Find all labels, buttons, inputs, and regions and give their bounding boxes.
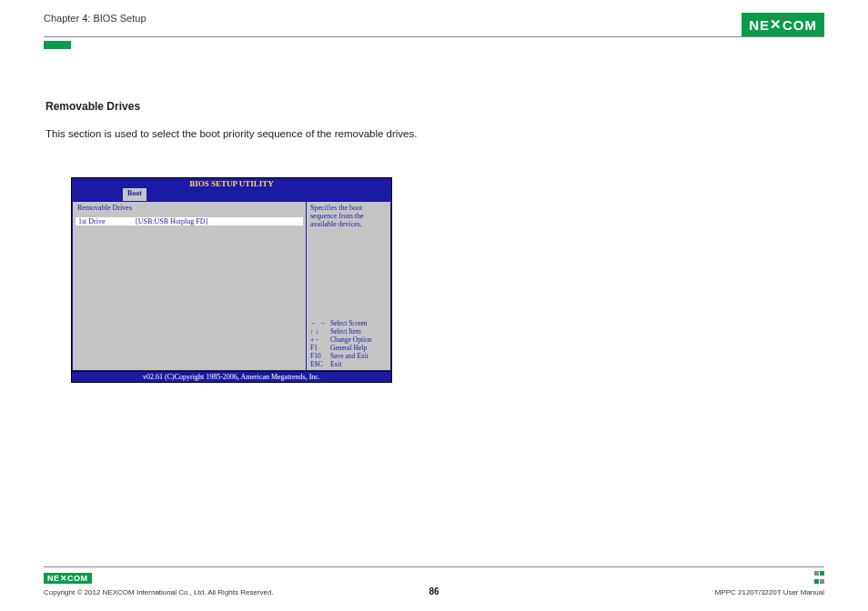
chapter-title: Chapter 4: BIOS Setup	[44, 13, 146, 24]
key-lr: ← →	[310, 319, 330, 327]
logo-x-icon-bottom: ✕	[60, 574, 68, 583]
bios-tab-boot: Boot	[123, 188, 146, 201]
bios-tab-row: Boot	[71, 188, 392, 201]
header-divider	[44, 36, 824, 37]
bios-screenshot: BIOS SETUP UTILITY Boot Removable Drives…	[71, 177, 392, 383]
action-change-option: Change Option	[330, 336, 372, 344]
page-number: 86	[429, 586, 439, 596]
section-heading: Removable Drives	[45, 100, 428, 113]
bios-item-label: 1st Drive	[76, 217, 136, 225]
action-exit: Exit	[330, 360, 342, 368]
page-footer: NE✕COM Copyright © 2012 NEXCOM Internati…	[44, 566, 824, 596]
bios-key-legend: ← →Select Screen ↑ ↓Select Item + -Chang…	[310, 319, 387, 368]
nexcom-logo-top: NE✕COM	[742, 13, 824, 36]
decoration-squares-icon	[813, 569, 824, 586]
logo-x-icon: ✕	[770, 16, 782, 33]
key-pm: + -	[310, 336, 330, 344]
bios-footer: v02.61 (C)Copyright 1985-2006, American …	[71, 372, 392, 383]
accent-block	[44, 41, 71, 49]
action-save-exit: Save and Exit	[330, 352, 368, 360]
logo-text-com: COM	[782, 17, 817, 33]
bios-title: BIOS SETUP UTILITY	[71, 177, 392, 188]
logo-text-ne: NE	[749, 17, 770, 33]
nexcom-logo-bottom: NE✕COM	[44, 573, 92, 584]
bios-item-value: [USB:USB Hotplug FD]	[136, 217, 207, 225]
bios-left-panel: Removable Drives 1st Drive [USB:USB Hotp…	[73, 202, 306, 370]
action-select-item: Select Item	[330, 327, 361, 336]
action-general-help: General Help	[330, 344, 367, 352]
key-f10: F10	[310, 352, 330, 360]
bios-right-panel: Specifies the boot sequence from the ava…	[307, 202, 390, 370]
key-esc: ESC	[310, 360, 330, 368]
key-f1: F1	[310, 344, 330, 352]
section-description: This section is used to select the boot …	[45, 125, 428, 142]
bios-left-title: Removable Drives	[77, 204, 301, 212]
key-ud: ↑ ↓	[310, 327, 330, 336]
doc-title: MPPC 2120T/3220T User Manual	[715, 588, 824, 596]
bios-selected-row: 1st Drive [USB:USB Hotplug FD]	[76, 217, 303, 225]
bios-help-text: Specifies the boot sequence from the ava…	[310, 204, 387, 228]
logo-text-com-bottom: COM	[67, 574, 88, 583]
bios-body: Removable Drives 1st Drive [USB:USB Hotp…	[71, 201, 392, 372]
action-select-screen: Select Screen	[330, 319, 368, 327]
logo-text-ne-bottom: NE	[47, 574, 60, 583]
copyright-text: Copyright © 2012 NEXCOM International Co…	[44, 588, 274, 596]
footer-divider	[44, 566, 824, 567]
